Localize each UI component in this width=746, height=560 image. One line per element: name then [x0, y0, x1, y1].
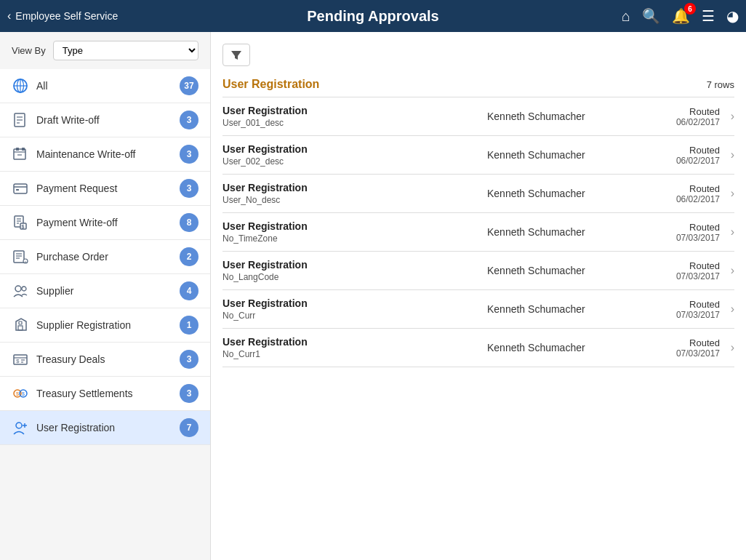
approval-desc: User_No_desc: [222, 195, 487, 205]
approval-status-text: Routed: [633, 260, 720, 271]
approval-row[interactable]: User Registration No_LangCode Kenneth Sc…: [222, 252, 734, 290]
svg-rect-8: [14, 149, 25, 159]
payment-request-icon: [12, 180, 29, 197]
approval-type: User Registration: [222, 143, 487, 155]
sidebar-item-maintenance-writeoff-label: Maintenance Write-off: [36, 148, 172, 160]
approval-desc: No_Curr1: [222, 349, 487, 359]
approval-user: Kenneth Schumacher: [487, 226, 633, 238]
approval-chevron-icon: ›: [720, 341, 734, 354]
sidebar-item-payment-writeoff[interactable]: $ Payment Write-off 8: [0, 206, 210, 240]
maintenance-writeoff-icon: [12, 145, 29, 163]
approval-chevron-icon: ›: [720, 303, 734, 316]
approval-row[interactable]: User Registration User_002_desc Kenneth …: [222, 136, 734, 175]
user-registration-icon: [12, 419, 29, 436]
sidebar-item-treasury-settlements-badge: 3: [180, 384, 198, 403]
approval-type: User Registration: [222, 105, 487, 116]
approval-row[interactable]: User Registration User_001_desc Kenneth …: [222, 97, 734, 136]
filter-bar: [222, 44, 734, 66]
approval-status-text: Routed: [633, 299, 720, 310]
approval-info: User Registration User_001_desc: [222, 105, 487, 128]
svg-point-29: [22, 287, 26, 291]
approval-type: User Registration: [222, 220, 487, 232]
sidebar-item-draft-writeoff-badge: 3: [180, 111, 198, 129]
sidebar-item-treasury-settlements[interactable]: $ $ Treasury Settlements 3: [0, 377, 210, 411]
sidebar-item-all-label: All: [36, 80, 172, 92]
approval-info: User Registration User_No_desc: [222, 182, 487, 205]
approval-desc: User_002_desc: [222, 156, 487, 167]
approval-status-text: Routed: [633, 145, 720, 156]
svg-rect-13: [14, 184, 27, 193]
sidebar-item-user-registration[interactable]: User Registration 7: [0, 411, 210, 445]
sidebar-item-all-badge: 37: [180, 76, 198, 95]
sidebar-item-maintenance-writeoff-badge: 3: [180, 145, 198, 164]
approval-status-text: Routed: [633, 222, 720, 233]
approval-chevron-icon: ›: [720, 264, 734, 277]
view-by-label: View By: [12, 45, 46, 56]
approval-chevron-icon: ›: [720, 225, 734, 239]
sidebar-item-purchase-order-badge: 2: [180, 247, 198, 266]
sidebar-item-payment-request-label: Payment Request: [36, 183, 172, 194]
sidebar-item-draft-writeoff[interactable]: Draft Write-off 3: [0, 103, 210, 137]
approval-list: User Registration User_001_desc Kenneth …: [222, 97, 734, 367]
approval-row[interactable]: User Registration No_Curr1 Kenneth Schum…: [222, 329, 734, 367]
globe-icon: [12, 77, 29, 95]
sidebar-item-treasury-deals[interactable]: $ Treasury Deals 3: [0, 343, 210, 377]
compass-icon[interactable]: ◕: [726, 7, 739, 25]
approval-user: Kenneth Schumacher: [487, 149, 633, 161]
sidebar-item-maintenance-writeoff[interactable]: Maintenance Write-off 3: [0, 137, 210, 172]
sidebar-item-supplier[interactable]: Supplier 4: [0, 274, 210, 308]
approval-info: User Registration No_TimeZone: [222, 220, 487, 244]
sidebar-item-payment-writeoff-badge: 8: [180, 213, 198, 232]
approval-info: User Registration User_002_desc: [222, 143, 487, 167]
notification-badge: 6: [684, 3, 696, 15]
approval-row[interactable]: User Registration No_Curr Kenneth Schuma…: [222, 290, 734, 329]
sidebar-item-all[interactable]: All 37: [0, 69, 210, 103]
svg-marker-44: [231, 51, 241, 60]
sidebar-item-supplier-registration[interactable]: Supplier Registration 1: [0, 308, 210, 343]
section-title: User Registration: [222, 78, 319, 91]
approval-status: Routed 07/03/2017: [633, 222, 720, 243]
section-rows: 7 rows: [707, 79, 734, 90]
approval-user: Kenneth Schumacher: [487, 342, 633, 353]
sidebar-item-user-registration-label: User Registration: [36, 422, 172, 433]
approval-status-text: Routed: [633, 106, 720, 117]
sidebar-items: All 37 Draft Write-off 3: [0, 69, 210, 560]
sidebar-item-treasury-deals-label: Treasury Deals: [36, 353, 172, 365]
menu-icon[interactable]: ☰: [702, 7, 715, 25]
back-label: Employee Self Service: [15, 10, 118, 22]
filter-button[interactable]: [222, 44, 250, 66]
svg-text:+: +: [24, 260, 27, 264]
sidebar-item-payment-writeoff-label: Payment Write-off: [36, 217, 172, 228]
view-by-select[interactable]: Type Date User: [53, 41, 198, 60]
svg-rect-30: [18, 326, 23, 330]
approval-type: User Registration: [222, 336, 487, 348]
sidebar-item-payment-request-badge: 3: [180, 179, 198, 198]
approval-row[interactable]: User Registration User_No_desc Kenneth S…: [222, 175, 734, 213]
approval-user: Kenneth Schumacher: [487, 111, 633, 122]
svg-rect-11: [16, 148, 19, 151]
approval-date: 06/02/2017: [633, 156, 720, 166]
home-icon[interactable]: ⌂: [622, 8, 630, 25]
notification-icon[interactable]: 🔔 6: [672, 7, 690, 25]
approval-info: User Registration No_Curr1: [222, 336, 487, 359]
search-icon[interactable]: 🔍: [642, 7, 660, 25]
approval-status-text: Routed: [633, 337, 720, 348]
sidebar-item-draft-writeoff-label: Draft Write-off: [36, 114, 172, 126]
approval-info: User Registration No_Curr: [222, 297, 487, 321]
approval-type: User Registration: [222, 259, 487, 271]
approval-date: 06/02/2017: [633, 194, 720, 204]
approval-desc: No_Curr: [222, 311, 487, 321]
sidebar-item-payment-request[interactable]: Payment Request 3: [0, 172, 210, 206]
approval-status: Routed 06/02/2017: [633, 183, 720, 204]
approval-date: 07/03/2017: [633, 271, 720, 281]
content-area: User Registration 7 rows User Registrati…: [211, 32, 746, 560]
svg-text:$: $: [22, 224, 25, 230]
sidebar: View By Type Date User All 3: [0, 32, 211, 560]
svg-rect-31: [19, 321, 22, 324]
approval-date: 07/03/2017: [633, 233, 720, 243]
approval-status: Routed 07/03/2017: [633, 337, 720, 359]
approval-row[interactable]: User Registration No_TimeZone Kenneth Sc…: [222, 213, 734, 252]
sidebar-item-purchase-order[interactable]: + Purchase Order 2: [0, 240, 210, 274]
back-button[interactable]: ‹ Employee Self Service: [7, 9, 167, 23]
section-header: User Registration 7 rows: [222, 78, 734, 91]
